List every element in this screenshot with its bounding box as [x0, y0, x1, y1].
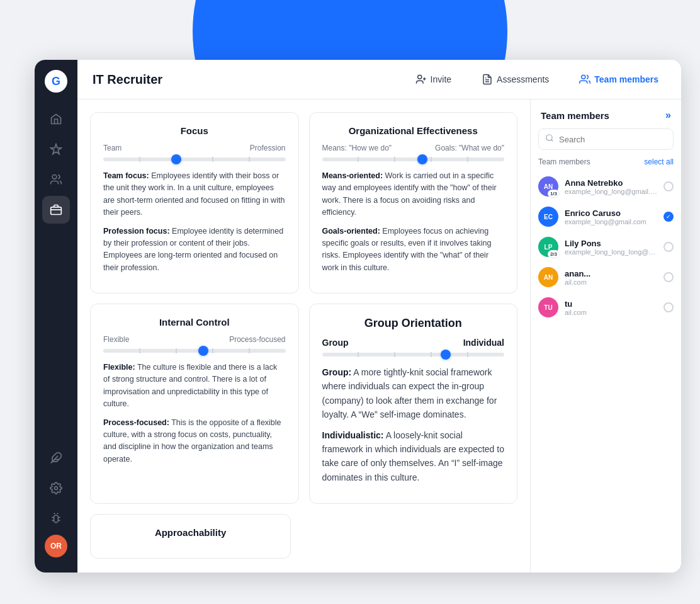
team-members-button[interactable]: Team members: [572, 70, 666, 89]
member-checkbox-enrico[interactable]: [663, 212, 674, 222]
sidebar-bottom: OR: [42, 444, 70, 557]
member-checkbox-anan[interactable]: [663, 272, 674, 282]
member-name-enrico: Enrico Caruso: [565, 208, 657, 218]
member-avatar-anna: AN 1/3: [538, 176, 558, 197]
assessments-button[interactable]: Assessments: [474, 70, 556, 89]
member-badge-anna: 1/3: [548, 190, 560, 198]
member-email-anan: ail.com: [565, 278, 657, 286]
invite-button[interactable]: Invite: [408, 70, 459, 89]
internal-label-right: Process-focused: [229, 335, 285, 344]
header-title: IT Recruiter: [93, 72, 408, 87]
member-email-anna: example_long_long@gmail.com: [565, 188, 657, 195]
member-avatar-enrico: EC: [538, 207, 558, 227]
focus-label-left: Team: [103, 144, 121, 152]
member-info-tu: tu ail.com: [565, 299, 657, 316]
internal-text2: Process-focused: This is the opposite of…: [103, 417, 286, 466]
sidebar: G: [35, 60, 77, 573]
approachability-title: Approachability: [103, 527, 278, 538]
member-checkbox-tu[interactable]: [663, 302, 674, 312]
focus-text2: Profession focus: Employee identity is d…: [103, 225, 286, 275]
body-layout: Focus Team Profession: [77, 100, 681, 573]
member-info-enrico: Enrico Caruso example_long@gmail.com: [565, 208, 657, 225]
internal-slider-track[interactable]: [103, 349, 286, 353]
internal-control-title: Internal Control: [103, 317, 286, 328]
org-slider-row: Means: "How we do" Goals: "What we do": [322, 144, 505, 152]
cards-row-1: Focus Team Profession: [90, 112, 517, 293]
search-icon: [545, 134, 554, 145]
internal-text1: Flexible: The culture is flexible and th…: [103, 362, 286, 411]
member-checkbox-anna[interactable]: [663, 181, 674, 191]
focus-slider-track[interactable]: [103, 157, 286, 161]
svg-point-12: [582, 75, 585, 79]
group-slider-row: Group Individual: [322, 338, 505, 348]
cards-row-2: Internal Control Flexible Process-focuse…: [90, 304, 517, 504]
svg-point-13: [546, 135, 552, 140]
member-name-lily: Lily Pons: [565, 239, 657, 248]
focus-text1: Team focus: Employees identify with thei…: [103, 170, 286, 219]
member-email-tu: ail.com: [565, 309, 657, 316]
svg-rect-6: [54, 515, 59, 523]
svg-rect-1: [51, 207, 62, 215]
internal-label-left: Flexible: [103, 335, 129, 344]
member-avatar-tu: TU: [538, 297, 558, 317]
group-label-right: Individual: [463, 338, 504, 348]
org-effectiveness-title: Organizational Effectiveness: [322, 125, 505, 136]
member-item-enrico[interactable]: EC Enrico Caruso example_long@gmail.com: [531, 202, 681, 232]
search-input[interactable]: [559, 135, 667, 144]
sidebar-nav: [42, 105, 70, 444]
member-info-anan: anan... ail.com: [565, 269, 657, 286]
org-slider-track[interactable]: [322, 157, 505, 161]
member-item-anan[interactable]: AN anan... ail.com: [531, 262, 681, 292]
internal-slider-row: Flexible Process-focused: [103, 335, 286, 344]
member-avatar-anan: AN: [538, 267, 558, 287]
svg-point-5: [55, 487, 58, 490]
group-orientation-card: Group Orientation Group Individual: [309, 304, 518, 504]
sidebar-avatar[interactable]: OR: [45, 535, 67, 557]
member-badge-lily: 2/3: [548, 250, 560, 258]
sidebar-item-people[interactable]: [42, 166, 70, 193]
sidebar-item-home[interactable]: [42, 105, 70, 133]
search-box[interactable]: [538, 128, 674, 150]
member-email-lily: example_long_long_long@g...: [565, 248, 657, 256]
invite-icon: [415, 74, 427, 85]
cards-row-3: Approachability: [90, 514, 517, 559]
main-window: G: [35, 60, 681, 573]
focus-card: Focus Team Profession: [90, 112, 299, 293]
panel-expand-button[interactable]: »: [665, 110, 671, 121]
header: IT Recruiter Invite Assessments Team mem…: [77, 60, 681, 100]
right-panel: Team members » Team members select all: [530, 100, 681, 573]
team-members-icon: [579, 74, 590, 85]
member-item-tu[interactable]: TU tu ail.com: [531, 292, 681, 322]
org-effectiveness-card: Organizational Effectiveness Means: "How…: [309, 112, 518, 293]
svg-point-7: [417, 75, 421, 79]
sidebar-item-briefcase[interactable]: [42, 196, 70, 224]
select-all-button[interactable]: select all: [644, 157, 674, 166]
member-info-lily: Lily Pons example_long_long_long@g...: [565, 239, 657, 256]
member-name-anna: Anna Netrebko: [565, 178, 657, 188]
group-text2: Individualistic: A loosely-knit social f…: [322, 428, 505, 485]
sidebar-item-debug[interactable]: [42, 504, 70, 532]
org-text1: Means-oriented: Work is carried out in a…: [322, 170, 505, 219]
org-text2: Goals-oriented: Employees focus on achie…: [322, 225, 505, 275]
sidebar-item-settings[interactable]: [42, 474, 70, 502]
main-content: Focus Team Profession: [77, 100, 530, 573]
header-actions: Invite Assessments Team members: [408, 70, 666, 89]
sidebar-logo[interactable]: G: [45, 70, 67, 93]
org-label-right: Goals: "What we do": [435, 144, 504, 152]
content-area: IT Recruiter Invite Assessments Team mem…: [77, 60, 681, 573]
focus-label-right: Profession: [250, 144, 286, 152]
panel-title: Team members: [541, 110, 609, 121]
sidebar-item-sparkle[interactable]: [42, 135, 70, 163]
member-item-lily[interactable]: LP 2/3 Lily Pons example_long_long_long@…: [531, 232, 681, 262]
member-item-anna[interactable]: AN 1/3 Anna Netrebko example_long_long@g…: [531, 171, 681, 202]
sidebar-item-puzzle[interactable]: [42, 444, 70, 472]
member-info-anna: Anna Netrebko example_long_long@gmail.co…: [565, 178, 657, 195]
focus-card-title: Focus: [103, 125, 286, 136]
approachability-card: Approachability: [90, 514, 291, 559]
group-slider-track[interactable]: [322, 353, 505, 356]
group-text1: Group: A more tightly-knit social framew…: [322, 365, 505, 422]
member-checkbox-lily[interactable]: [663, 242, 674, 252]
group-orientation-title: Group Orientation: [322, 317, 505, 330]
focus-slider-row: Team Profession: [103, 144, 286, 152]
svg-point-0: [52, 175, 57, 179]
